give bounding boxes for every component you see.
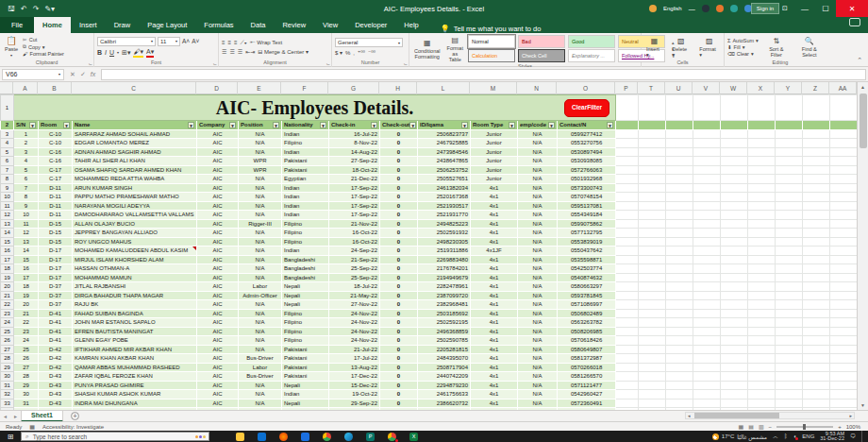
scroll-right-icon[interactable]: ▸ [847,413,854,418]
cell[interactable]: N/A [518,282,558,292]
column-header-Z[interactable]: Z [802,82,829,94]
empty-cell[interactable] [803,291,830,300]
cell[interactable]: D-41 [39,309,73,318]
empty-cell[interactable] [639,282,666,292]
cell[interactable]: N/A [518,157,558,166]
cell[interactable]: Labor [239,363,282,372]
cell[interactable]: 0571121477 [558,381,616,390]
empty-cell[interactable] [616,354,639,364]
macro-record-icon[interactable]: ▦ [29,423,35,430]
cell[interactable]: D-15 [39,237,73,246]
cell[interactable]: 21 [14,309,39,318]
cell[interactable]: AIC [197,211,239,220]
empty-cell[interactable] [666,165,693,175]
record-icon[interactable] [716,5,724,12]
cell[interactable]: D-43 [39,399,73,408]
cell[interactable]: 0570266018 [558,363,616,372]
cell[interactable]: N/A [239,345,282,354]
empty-cell[interactable] [748,399,776,408]
cell[interactable]: N/A [239,300,282,310]
cell[interactable]: 0599277412 [558,129,616,139]
empty-cell[interactable] [748,327,776,336]
table-header-company[interactable]: Company▾ [197,121,239,130]
cell[interactable]: AIC [197,175,239,184]
cell[interactable]: 1 [14,129,39,139]
photos-icon[interactable] [301,433,309,441]
empty-cell[interactable] [830,282,857,292]
empty-cell[interactable] [616,282,639,292]
cell[interactable]: N/A [239,273,282,282]
cell-style-normal[interactable]: Normal [468,35,515,48]
weather-widget[interactable]: 17°C مشمس غالبًا [712,434,767,440]
empty-cell[interactable] [721,201,748,211]
row-header-33[interactable]: 33 [1,399,14,408]
empty-cell[interactable] [639,193,666,202]
cell[interactable]: Rigger-III [239,219,282,229]
empty-cell[interactable] [776,273,803,282]
cell[interactable]: D-43 [39,372,73,382]
format-as-table-button[interactable]: ▤ Format as Table [445,36,465,62]
empty-cell[interactable] [721,229,748,238]
empty-cell[interactable] [721,264,748,274]
cell[interactable]: AIC [197,381,239,390]
cell[interactable]: 0581372987 [558,354,616,364]
cell[interactable]: 0 [380,183,418,193]
empty-cell[interactable] [721,95,748,121]
cell[interactable]: 0 [380,345,418,354]
empty-cell[interactable] [830,201,857,211]
cell[interactable]: AIC [197,399,239,408]
cell[interactable]: Indian [282,246,329,256]
person-icon[interactable] [702,5,709,12]
cell[interactable]: 21-May-22 [329,291,380,300]
publisher-icon[interactable]: P [366,433,375,441]
empty-cell[interactable] [639,390,666,400]
column-header-A[interactable]: A [13,82,38,94]
cell[interactable]: N/A [518,318,558,328]
cell[interactable]: D-41 [39,318,73,328]
cell[interactable]: N/A [518,264,558,274]
cell[interactable]: 0570748154 [558,193,616,202]
pen-icon[interactable]: ✎▾ [44,5,55,13]
cell[interactable]: 22 [14,318,39,328]
cell[interactable]: AIC [197,309,239,318]
cell[interactable]: N/A [239,309,282,318]
cell[interactable]: N/A [239,229,282,238]
cell[interactable]: 25-Sep-22 [329,264,380,274]
zoom-out-icon[interactable]: − [769,424,773,430]
cell[interactable]: JITLAL RAJBANSHI [73,282,197,292]
empty-cell[interactable] [803,147,830,157]
empty-cell[interactable] [616,147,639,157]
clock[interactable]: 9:53 AM 31-Dec-22 [820,432,844,442]
cell[interactable]: Indian [282,201,329,211]
cell[interactable]: 17-Sep-22 [329,201,380,211]
ribbon-tab-page-layout[interactable]: Page Layout [139,17,195,33]
empty-cell[interactable] [776,237,803,246]
cell[interactable]: DIRGA BAHADUR THAPA MAGAR [73,291,197,300]
cell[interactable]: AIC [197,157,239,166]
cell[interactable]: N/A [239,129,282,139]
empty-cell[interactable] [693,372,721,382]
cell[interactable]: 0 [380,309,418,318]
empty-cell[interactable] [616,121,639,130]
cell[interactable]: N/A [518,327,558,336]
empty-cell[interactable] [830,121,857,130]
cell[interactable]: 0 [380,255,418,264]
empty-cell[interactable] [639,175,666,184]
cell-style-checkcell[interactable]: Check Cell [518,49,565,62]
cell[interactable]: N/A [518,165,558,175]
cell[interactable]: N/A [239,183,282,193]
cell[interactable]: 8-Nov-22 [329,139,380,148]
empty-cell[interactable] [721,175,748,184]
align-middle-icon[interactable]: ≡ [228,40,232,45]
cell[interactable]: 0 [380,336,418,346]
collapse-ribbon-icon[interactable]: ⌃ [857,57,862,64]
cell[interactable]: 0571086997 [558,300,616,310]
cell[interactable]: 0508206985 [558,327,616,336]
cell[interactable]: N/A [518,237,558,246]
cell[interactable]: N/A [239,193,282,202]
new-sheet-icon[interactable]: + [71,412,79,420]
cell[interactable]: 17-Sep-22 [329,193,380,202]
empty-cell[interactable] [693,95,721,121]
empty-cell[interactable] [616,345,639,354]
empty-cell[interactable] [639,255,666,264]
